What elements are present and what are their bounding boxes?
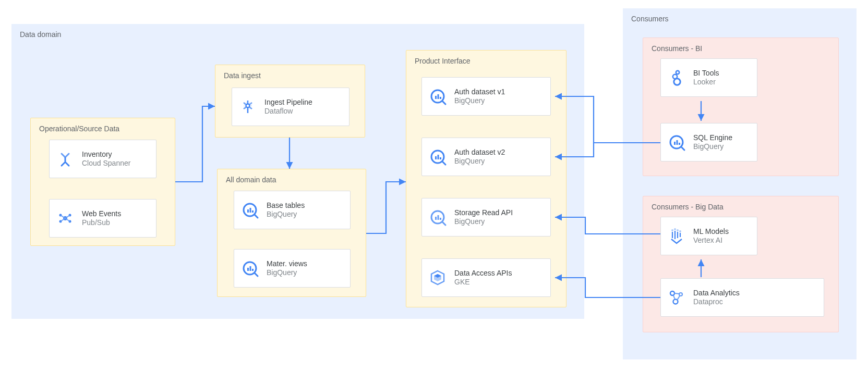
card-data-analytics: Data AnalyticsDataproc [660, 278, 824, 317]
card-title: Inventory [82, 150, 130, 159]
card-ml-models: ML ModelsVertex AI [660, 217, 757, 255]
card-sub: BigQuery [267, 268, 307, 278]
card-web-events: Web EventsPub/Sub [49, 199, 156, 238]
card-title: ML Models [693, 227, 729, 237]
card-storage-api: Storage Read APIBigQuery [421, 198, 551, 237]
dataproc-icon [667, 288, 686, 307]
label-data-domain: Data domain [20, 30, 61, 39]
card-sub: Cloud Spanner [82, 159, 130, 168]
pub-sub-icon [56, 209, 75, 228]
card-title: Mater. views [267, 259, 307, 269]
card-sub: GKE [454, 278, 512, 287]
card-data-access: Data Access APIsGKE [421, 258, 551, 297]
label-data-ingest: Data ingest [224, 71, 261, 80]
card-sub: BigQuery [454, 157, 505, 166]
card-authv2: Auth dataset v2BigQuery [421, 138, 551, 176]
gke-icon [428, 268, 447, 287]
label-consumers-bi: Consumers - BI [652, 44, 702, 53]
card-inventory: InventoryCloud Spanner [49, 140, 156, 178]
card-title: Auth dataset v1 [454, 88, 505, 97]
card-title: Base tables [267, 201, 305, 210]
label-operational: Operational/Source Data [39, 125, 119, 133]
label-product-if: Product Interface [415, 57, 471, 65]
card-mater-views: Mater. viewsBigQuery [234, 249, 351, 288]
bigquery-icon [428, 87, 447, 106]
bigquery-icon [428, 147, 447, 166]
card-title: BI Tools [693, 69, 719, 78]
card-base-tables: Base tablesBigQuery [234, 191, 351, 229]
label-all-domain: All domain data [226, 176, 276, 184]
vertex-ai-icon [667, 227, 686, 245]
bigquery-icon [667, 133, 686, 152]
card-sub: BigQuery [454, 96, 505, 106]
card-authv1: Auth dataset v1BigQuery [421, 77, 551, 116]
bigquery-icon [428, 208, 447, 227]
card-title: Data Analytics [693, 289, 740, 298]
card-title: Ingest Pipeline [264, 98, 312, 107]
canvas: Data domain Consumers Operational/Source… [0, 0, 868, 373]
card-sub: BigQuery [454, 217, 513, 227]
label-consumers: Consumers [631, 15, 669, 23]
label-consumers-bd: Consumers - Big Data [652, 203, 724, 211]
card-title: SQL Engine [693, 133, 732, 143]
card-sub: Dataflow [264, 107, 312, 116]
dataflow-icon [238, 97, 257, 116]
card-sub: Looker [693, 78, 719, 87]
card-sub: Dataproc [693, 297, 740, 307]
card-sql-engine: SQL EngineBigQuery [660, 123, 757, 161]
cloud-spanner-icon [56, 150, 75, 168]
card-sub: Vertex AI [693, 236, 729, 245]
card-title: Auth dataset v2 [454, 148, 505, 157]
card-sub: BigQuery [267, 210, 305, 219]
card-title: Web Events [82, 209, 121, 219]
bigquery-icon [240, 259, 259, 278]
card-title: Storage Read API [454, 208, 513, 218]
card-sub: BigQuery [693, 142, 732, 152]
bigquery-icon [240, 201, 259, 219]
card-sub: Pub/Sub [82, 218, 121, 228]
card-bi-tools: BI ToolsLooker [660, 58, 757, 97]
card-ingest: Ingest PipelineDataflow [232, 88, 349, 126]
looker-icon [667, 68, 686, 87]
card-title: Data Access APIs [454, 269, 512, 278]
